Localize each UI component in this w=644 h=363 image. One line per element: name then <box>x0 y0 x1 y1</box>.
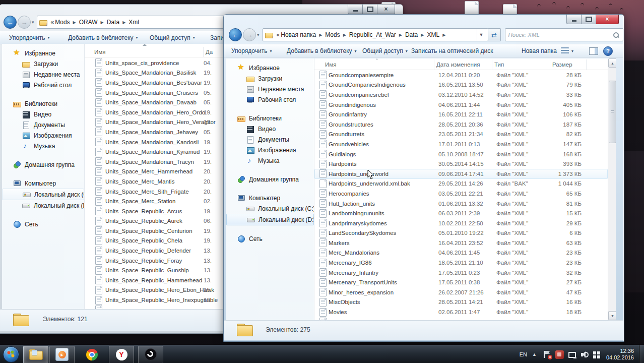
back-button[interactable]: ← <box>229 28 242 41</box>
sidebar-section-libraries[interactable]: Библиотеки <box>226 113 314 124</box>
taskbar-chrome-button[interactable] <box>80 346 104 363</box>
search-input[interactable] <box>505 32 613 38</box>
file-row[interactable]: Guidialogs05.10.2008 18:47Файл "XML"168 … <box>314 149 608 159</box>
scroll-down-button[interactable]: ▼ <box>608 311 616 320</box>
file-row[interactable]: Mercenary_Infantry17.05.2011 0:23Файл "X… <box>314 268 608 278</box>
breadcrumb-segment[interactable]: Xml <box>128 19 139 26</box>
column-header-date[interactable]: Дата изменения <box>434 59 492 70</box>
column-header-size[interactable]: Размер <box>550 59 587 70</box>
file-row[interactable]: Hutt_faction_units01.06.2011 13:32Файл "… <box>314 199 608 209</box>
file-row[interactable]: Mercenary_TransportUnits17.05.2011 0:38Ф… <box>314 277 608 287</box>
sidebar-section-favorites[interactable]: Избранное <box>226 63 314 73</box>
scrollbar-thumb[interactable] <box>609 81 616 143</box>
close-button[interactable]: × <box>377 5 395 14</box>
sidebar-section-computer[interactable]: Компьютер <box>226 193 314 203</box>
taskbar-yandex-button[interactable]: Y <box>109 346 134 363</box>
sidebar-item-music[interactable]: Музыка <box>2 141 84 151</box>
taskbar-explorer-button[interactable] <box>23 346 48 363</box>
sidebar-section-homegroup[interactable]: Домашняя группа <box>2 159 84 170</box>
windows-update-icon[interactable] <box>593 351 600 358</box>
start-button[interactable] <box>3 346 19 362</box>
maximize-button[interactable] <box>363 5 377 14</box>
breadcrumb[interactable]: «Новая папка▶Mods▶Republic_At_War▶Data▶X… <box>263 28 488 41</box>
file-row[interactable]: LandSecondarySkydomes05.01.2010 19:22Фай… <box>314 228 608 238</box>
file-row[interactable]: Movies02.06.2011 1:47Файл "XML"18 КБ <box>314 307 608 317</box>
back-button[interactable]: ← <box>4 16 17 29</box>
breadcrumb-segment[interactable]: Новая папка <box>281 31 316 38</box>
file-row[interactable]: Merc_Mandalorians04.06.2011 1:45Файл "XM… <box>314 248 608 258</box>
sidebar-section-computer[interactable]: Компьютер <box>2 178 84 189</box>
file-row[interactable]: Minor_heroes_expansion26.02.2007 21:26Фа… <box>314 287 608 297</box>
file-row[interactable]: Landbombingrununits06.03.2011 2:39Файл "… <box>314 208 608 218</box>
column-header-type[interactable]: Тип <box>492 59 550 70</box>
file-row[interactable]: Groundcompaniesrebel03.12.2010 14:52Файл… <box>314 90 608 100</box>
sidebar-item-disk-c[interactable]: Локальный диск (C:) <box>2 189 84 200</box>
file-row[interactable]: Hardpoints30.05.2014 14:15Файл "XML"393 … <box>314 159 608 169</box>
toolbar-item[interactable]: Новая папка <box>522 44 557 57</box>
file-row[interactable]: Mercenary_IG8618.05.2011 21:10Файл "XML"… <box>314 258 608 268</box>
sidebar-section-favorites[interactable]: Избранное <box>2 48 84 58</box>
taskbar-obs-button[interactable] <box>138 346 163 363</box>
file-row[interactable]: GroundCompaniesIndigenous16.05.2011 13:5… <box>314 80 608 90</box>
breadcrumb-segment[interactable]: Republic_At_War <box>349 31 396 38</box>
toolbar-item[interactable]: Добавить в библиотеку▾ <box>287 44 357 57</box>
sidebar-item-recent-places[interactable]: Недавние места <box>2 69 84 80</box>
recent-pages-chevron-icon[interactable]: ▾ <box>32 20 34 25</box>
file-row[interactable]: Markers16.04.2011 23:52Файл "XML"63 КБ <box>314 238 608 248</box>
sidebar-item-disk-d[interactable]: Локальный диск (D:) <box>2 200 84 211</box>
column-header-name[interactable]: Имя <box>314 59 434 70</box>
sidebar-item-video[interactable]: Видео <box>226 124 314 134</box>
toolbar-item[interactable]: Общий доступ▾ <box>150 31 195 44</box>
breadcrumb-segment[interactable]: ORAW <box>79 19 98 26</box>
file-row[interactable]: Landprimaryskydomes10.02.2011 22:50Файл … <box>314 218 608 228</box>
hidden-icons-chevron-icon[interactable]: ▲ <box>532 352 537 357</box>
sidebar-item-video[interactable]: Видео <box>2 109 84 119</box>
show-desktop-button[interactable] <box>639 345 644 363</box>
file-row[interactable]: Groundstructures28.05.2011 20:36Файл "XM… <box>314 119 608 130</box>
sidebar-section-libraries[interactable]: Библиотеки <box>2 98 84 109</box>
breadcrumb-segment[interactable]: Mods <box>325 31 340 38</box>
recent-pages-chevron-icon[interactable]: ▾ <box>257 32 260 37</box>
taskbar-media-player-button[interactable] <box>49 346 75 363</box>
forward-button[interactable]: → <box>243 28 256 41</box>
language-indicator[interactable]: EN <box>520 351 527 357</box>
minimize-button[interactable] <box>566 15 582 24</box>
breadcrumb-overflow-chevron[interactable]: « <box>49 19 55 26</box>
security-alert-icon[interactable] <box>555 350 564 359</box>
sidebar-section-homegroup[interactable]: Домашняя группа <box>226 174 314 185</box>
forward-button[interactable]: → <box>18 16 31 29</box>
breadcrumb-segment[interactable]: Mods <box>55 19 70 26</box>
sidebar-item-downloads[interactable]: Загрузки <box>2 58 84 69</box>
sidebar-item-documents[interactable]: Документы <box>226 134 314 145</box>
clock[interactable]: 12:36 04.02.2016 <box>606 348 634 361</box>
volume-icon[interactable] <box>581 350 589 359</box>
file-row[interactable]: Groundindigenous04.06.2011 1:44Файл "XML… <box>314 100 608 110</box>
breadcrumb-overflow-chevron[interactable]: « <box>275 31 281 38</box>
file-row[interactable]: Groundvehicles17.01.2011 0:13Файл "XML"1… <box>314 139 608 149</box>
scroll-up-button[interactable]: ▲ <box>608 58 616 68</box>
vertical-scrollbar[interactable]: ▲ ▼ <box>608 58 616 320</box>
maximize-button[interactable] <box>582 15 596 24</box>
help-button[interactable]: ? <box>603 44 613 57</box>
search-icon[interactable] <box>613 32 619 38</box>
sidebar-item-pictures[interactable]: Изображения <box>2 130 84 141</box>
file-row[interactable]: Groundturrets23.05.2011 21:34Файл "XML"8… <box>314 130 608 140</box>
file-row[interactable]: Hardpoints_underworld.xml.bak29.05.2011 … <box>314 179 608 189</box>
preview-pane-button[interactable] <box>589 44 598 57</box>
sidebar-section-network[interactable]: Сеть <box>2 219 84 229</box>
toolbar-item[interactable]: Упорядочить▾ <box>9 31 49 44</box>
network-icon[interactable] <box>568 350 576 359</box>
minimize-button[interactable] <box>348 5 363 14</box>
breadcrumb-segment[interactable]: Data <box>107 19 119 26</box>
breadcrumb-segment[interactable]: XML <box>427 31 439 38</box>
sidebar-item-disk-c[interactable]: Локальный диск (C:) <box>226 203 314 214</box>
toolbar-item[interactable]: Общий доступ▾ <box>362 44 408 57</box>
file-row[interactable]: Groundinfantry16.05.2011 22:11Файл "XML"… <box>314 109 608 119</box>
sidebar-item-documents[interactable]: Документы <box>2 119 84 130</box>
file-row[interactable]: Hardpoints_underworld09.06.2014 17:41Фай… <box>314 169 608 179</box>
sidebar-item-desktop[interactable]: Рабочий стол <box>2 80 84 90</box>
sidebar-item-desktop[interactable]: Рабочий стол <box>226 94 314 105</box>
file-row[interactable]: MiscObjects28.05.2011 14:21Файл "XML"16 … <box>314 297 608 308</box>
sidebar-item-recent-places[interactable]: Недавние места <box>226 84 314 94</box>
toolbar-item[interactable]: Записать на оптический диск <box>411 44 493 57</box>
